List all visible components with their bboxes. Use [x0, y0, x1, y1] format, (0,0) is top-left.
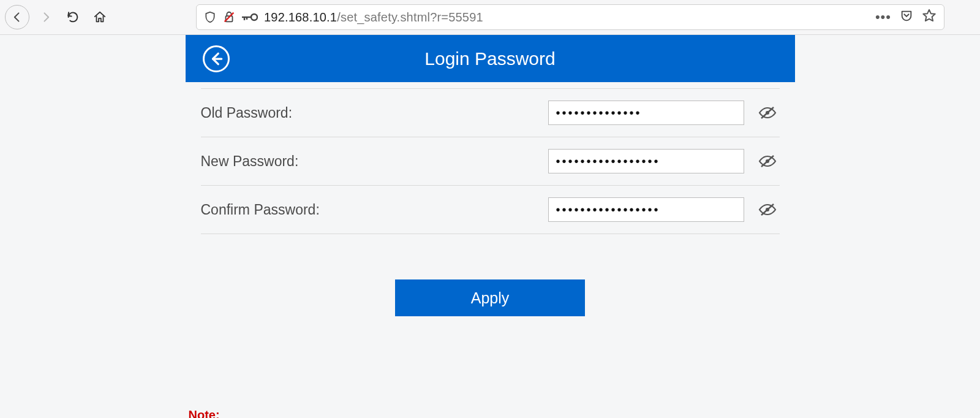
url-host: 192.168.10.1 [264, 10, 337, 24]
url-text: 192.168.10.1/set_safety.shtml?r=55591 [264, 10, 483, 25]
key-icon[interactable] [242, 12, 258, 22]
panel-title: Login Password [424, 48, 555, 69]
page: Login Password Old Password: New Passwor… [0, 35, 980, 418]
shield-icon[interactable] [204, 10, 216, 24]
new-password-label: New Password: [201, 153, 548, 170]
toggle-visibility-old[interactable] [755, 105, 780, 120]
svg-point-2 [251, 14, 257, 20]
browser-toolbar: 192.168.10.1/set_safety.shtml?r=55591 ••… [0, 0, 980, 35]
panel: Login Password Old Password: New Passwor… [186, 35, 795, 418]
browser-reload-button[interactable] [62, 7, 83, 28]
row-old-password: Old Password: [201, 88, 780, 137]
note-label: Note: [189, 408, 780, 418]
old-password-input[interactable] [548, 101, 744, 125]
toggle-visibility-new[interactable] [755, 154, 780, 169]
row-new-password: New Password: [201, 137, 780, 186]
browser-back-button[interactable] [5, 5, 29, 29]
password-form: Old Password: New Password: Confirm Pass… [186, 88, 795, 418]
old-password-label: Old Password: [201, 105, 548, 121]
browser-home-button[interactable] [89, 7, 110, 28]
apply-button[interactable]: Apply [395, 279, 585, 316]
bookmark-star-icon[interactable] [922, 9, 937, 26]
panel-back-button[interactable] [203, 45, 230, 72]
insecure-lock-icon[interactable] [222, 10, 236, 24]
pocket-icon[interactable] [900, 9, 913, 25]
apply-wrap: Apply [201, 279, 780, 316]
confirm-password-input[interactable] [548, 197, 744, 222]
row-confirm-password: Confirm Password: [201, 185, 780, 234]
confirm-password-label: Confirm Password: [201, 202, 548, 218]
address-bar[interactable]: 192.168.10.1/set_safety.shtml?r=55591 ••… [196, 4, 944, 30]
browser-forward-button[interactable] [36, 7, 56, 28]
url-path: /set_safety.shtml?r=55591 [337, 10, 483, 24]
new-password-input[interactable] [548, 149, 744, 173]
panel-header: Login Password [186, 35, 795, 82]
toggle-visibility-confirm[interactable] [755, 202, 780, 217]
